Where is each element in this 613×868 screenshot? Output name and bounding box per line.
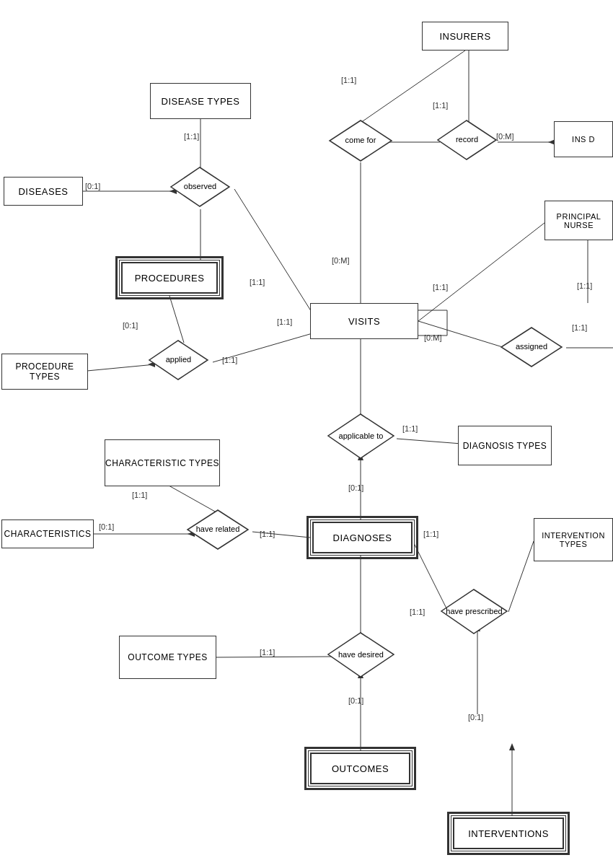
svg-line-34 xyxy=(418,220,548,321)
card-applic-diagtypes: [1:1] xyxy=(402,424,418,433)
outcome-types-entity: OUTCOME TYPES xyxy=(119,636,216,679)
intervention-types-entity: INTERVEN­TION TYPES xyxy=(534,518,613,561)
card-record-insurers: [1:1] xyxy=(433,101,448,110)
interventions-entity: INTERVENTIONS xyxy=(451,815,566,851)
have-prescribed-relationship: have prescribed xyxy=(440,588,508,635)
record-relationship: record xyxy=(436,119,498,161)
visits-entity: VISITS xyxy=(310,303,418,339)
have-desired-relationship: have desired xyxy=(327,631,395,678)
svg-marker-36 xyxy=(509,743,515,750)
diagnosis-types-entity: DIAGNOSIS TYPES xyxy=(458,426,552,465)
card-visits-insurers: [1:1] xyxy=(341,76,356,84)
card-visits-comefor: [0:M] xyxy=(332,256,349,265)
card-interv-bottom: [0:1] xyxy=(468,713,483,722)
principal-nurse-entity: PRINCIP­AL NURSE xyxy=(544,201,613,240)
svg-line-0 xyxy=(361,51,465,123)
card-disease-observed: [1:1] xyxy=(184,132,199,141)
come-for-relationship: come for xyxy=(328,119,393,162)
applied-relationship: applied xyxy=(148,339,209,381)
card-visits-left: [1:1] xyxy=(277,317,292,326)
card-havedes-outcomes: [0:1] xyxy=(348,696,363,705)
svg-line-16 xyxy=(397,439,462,444)
applicable-to-relationship: applicable to xyxy=(327,413,395,460)
card-diseases-observed: [0:1] xyxy=(85,182,100,190)
disease-types-entity: DISEASE TYPES xyxy=(150,83,251,119)
card-applied-proc: [0:1] xyxy=(123,321,138,330)
characteristic-types-entity: CHARACTERISTIC TYPES xyxy=(105,439,220,486)
diseases-entity: DISEASES xyxy=(4,177,83,206)
card-observed-visits: [1:1] xyxy=(250,278,265,286)
svg-line-10 xyxy=(234,189,317,321)
card-char-haverel: [1:1] xyxy=(132,491,147,499)
card-diag-havepres: [1:1] xyxy=(423,530,438,538)
card-applied-visits: [1:1] xyxy=(222,356,237,364)
characteristics-entity: CHARACTERISTICS xyxy=(1,520,94,548)
ins-d-entity: INS D xyxy=(554,121,613,157)
er-diagram: INSURERS DISEASE TYPES DISEASES PROCEDUR… xyxy=(0,0,613,868)
svg-line-11 xyxy=(169,296,184,343)
insurers-entity: INSURERS xyxy=(422,22,508,51)
card-outctype-havedes: [1:1] xyxy=(260,648,275,657)
card-haverel-diag: [1:1] xyxy=(260,530,275,538)
outcomes-entity: OUTCOMES xyxy=(308,750,413,786)
diagnoses-entity: DIAGNOSES xyxy=(310,520,415,556)
procedure-types-entity: PROCEDURE TYPES xyxy=(1,354,88,390)
have-related-relationship: have related xyxy=(186,509,250,551)
card-princnurse: [1:1] xyxy=(577,281,592,290)
svg-line-19 xyxy=(164,483,216,512)
procedures-entity: PROCEDURES xyxy=(119,260,220,296)
card-chars-haverel: [0:1] xyxy=(99,522,114,531)
card-record-0m: [0:M] xyxy=(496,132,513,141)
card-applic-diag: [0:1] xyxy=(348,483,363,492)
card-visits-record: [1:1] xyxy=(433,283,448,291)
card-assigned-right: [1:1] xyxy=(572,323,587,332)
assigned-relationship: assigned xyxy=(500,326,563,368)
svg-line-24 xyxy=(508,541,534,612)
card-havepres-inttype: [1:1] xyxy=(410,608,425,616)
observed-relationship: observed xyxy=(169,166,231,208)
svg-line-12 xyxy=(79,364,155,372)
svg-line-27 xyxy=(216,657,332,657)
card-visits-assigned: [0:M] xyxy=(424,333,441,342)
